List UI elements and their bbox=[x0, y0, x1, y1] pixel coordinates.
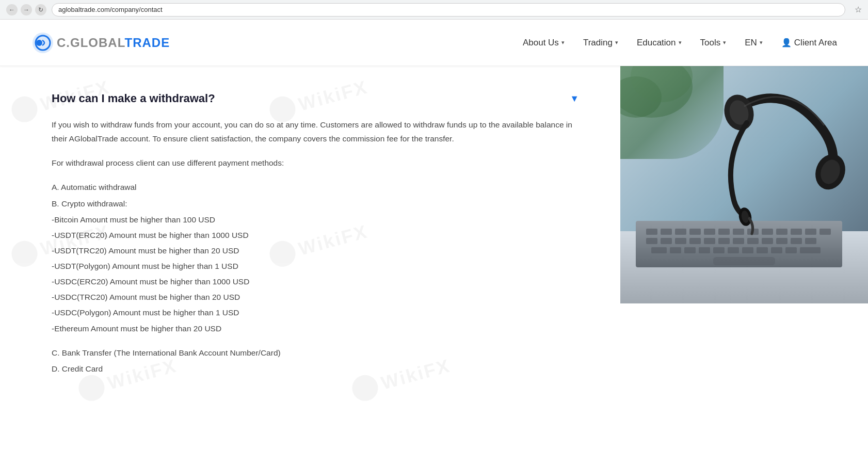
nav-client-area[interactable]: 👤 Client Area bbox=[781, 38, 837, 48]
faq-question-header: How can I make a withdrawal? ▼ bbox=[52, 92, 579, 105]
svg-rect-38 bbox=[713, 247, 725, 253]
svg-rect-30 bbox=[762, 238, 773, 244]
language-chevron: ▾ bbox=[760, 39, 763, 46]
crypto-item-7: -Ethereum Amount must be higher than 20 … bbox=[52, 322, 579, 335]
svg-rect-10 bbox=[661, 229, 672, 235]
user-icon: 👤 bbox=[781, 38, 792, 47]
address-bar[interactable]: aglobaltrade.com/company/contact bbox=[52, 3, 845, 17]
forward-button[interactable]: → bbox=[21, 4, 32, 15]
nav-language[interactable]: EN ▾ bbox=[745, 38, 763, 48]
svg-rect-28 bbox=[733, 238, 744, 244]
svg-rect-25 bbox=[689, 238, 701, 244]
svg-rect-9 bbox=[646, 229, 657, 235]
svg-rect-44 bbox=[800, 247, 821, 253]
navbar: C.GLOBALTRADE About Us ▾ Trading ▾ Educa… bbox=[0, 20, 868, 66]
svg-rect-26 bbox=[704, 238, 715, 244]
svg-rect-32 bbox=[791, 238, 802, 244]
education-label: Education bbox=[637, 38, 676, 48]
faq-section: How can I make a withdrawal? ▼ If you wi… bbox=[52, 92, 579, 376]
logo-link[interactable]: C.GLOBALTRADE bbox=[31, 31, 170, 55]
favorite-icon[interactable]: ☆ bbox=[855, 5, 862, 14]
svg-rect-20 bbox=[805, 229, 816, 235]
svg-rect-19 bbox=[791, 229, 802, 235]
main-content: WikiFX WikiFX WikiFX WikiFX WikiFX WikiF… bbox=[0, 66, 868, 463]
crypto-item-1: -USDT(ERC20) Amount must be higher than … bbox=[52, 228, 579, 242]
svg-rect-39 bbox=[728, 247, 739, 253]
crypto-item-2: -USDT(TRC20) Amount must be higher than … bbox=[52, 244, 579, 258]
nav-education[interactable]: Education ▾ bbox=[637, 38, 682, 48]
browser-chrome: ← → ↻ aglobaltrade.com/company/contact ☆ bbox=[0, 0, 868, 20]
content-left: WikiFX WikiFX WikiFX WikiFX WikiFX WikiF… bbox=[0, 66, 620, 463]
headset-image bbox=[620, 66, 868, 303]
svg-rect-42 bbox=[771, 247, 782, 253]
svg-rect-31 bbox=[776, 238, 787, 244]
svg-rect-36 bbox=[684, 247, 696, 253]
svg-rect-17 bbox=[762, 229, 773, 235]
svg-rect-14 bbox=[718, 229, 730, 235]
tools-label: Tools bbox=[700, 38, 721, 48]
logo-global: GLOBAL bbox=[70, 36, 125, 50]
logo-c: C. bbox=[57, 36, 70, 50]
client-area-label: Client Area bbox=[794, 38, 837, 48]
faq-methods-intro: For withdrawal process client can use di… bbox=[52, 156, 579, 170]
svg-point-2 bbox=[36, 40, 42, 46]
svg-rect-33 bbox=[805, 238, 816, 244]
svg-rect-13 bbox=[704, 229, 715, 235]
logo-trade: TRADE bbox=[125, 36, 170, 50]
svg-rect-40 bbox=[742, 247, 753, 253]
trading-chevron: ▾ bbox=[615, 39, 618, 46]
tools-chevron: ▾ bbox=[723, 39, 726, 46]
svg-rect-12 bbox=[689, 229, 701, 235]
svg-rect-18 bbox=[776, 229, 787, 235]
crypto-item-6: -USDC(Polygon) Amount must be higher tha… bbox=[52, 306, 579, 319]
svg-rect-45 bbox=[713, 257, 775, 265]
svg-rect-29 bbox=[747, 238, 759, 244]
svg-rect-43 bbox=[785, 247, 797, 253]
refresh-button[interactable]: ↻ bbox=[35, 4, 46, 15]
crypto-item-4: -USDC(ERC20) Amount must be higher than … bbox=[52, 275, 579, 288]
svg-rect-21 bbox=[819, 229, 831, 235]
browser-nav-buttons: ← → ↻ bbox=[6, 4, 46, 15]
svg-rect-11 bbox=[675, 229, 686, 235]
svg-rect-27 bbox=[718, 238, 730, 244]
crypto-items: -Bitcoin Amount must be higher than 100 … bbox=[52, 213, 579, 335]
url-text: aglobaltrade.com/company/contact bbox=[58, 6, 163, 13]
faq-question-text: How can I make a withdrawal? bbox=[52, 92, 215, 105]
logo-icon bbox=[31, 31, 55, 55]
crypto-item-0: -Bitcoin Amount must be higher than 100 … bbox=[52, 213, 579, 227]
svg-rect-23 bbox=[661, 238, 672, 244]
crypto-item-3: -USDT(Polygon) Amount must be higher tha… bbox=[52, 259, 579, 273]
language-label: EN bbox=[745, 38, 757, 48]
content-right bbox=[620, 66, 868, 463]
nav-trading[interactable]: Trading ▾ bbox=[583, 38, 618, 48]
svg-rect-24 bbox=[675, 238, 686, 244]
method-b: B. Crypto withdrawal: bbox=[52, 197, 579, 211]
back-button[interactable]: ← bbox=[6, 4, 18, 15]
svg-rect-41 bbox=[757, 247, 768, 253]
svg-rect-15 bbox=[733, 229, 744, 235]
nav-about-us[interactable]: About Us ▾ bbox=[523, 38, 565, 48]
svg-rect-34 bbox=[651, 247, 667, 253]
nav-links: About Us ▾ Trading ▾ Education ▾ Tools ▾… bbox=[523, 38, 837, 48]
svg-rect-37 bbox=[699, 247, 710, 253]
method-list: A. Automatic withdrawal B. Crypto withdr… bbox=[52, 180, 579, 376]
trading-label: Trading bbox=[583, 38, 613, 48]
faq-body: If you wish to withdraw funds from your … bbox=[52, 118, 579, 376]
logo-text: C.GLOBALTRADE bbox=[57, 36, 170, 50]
faq-intro-paragraph: If you wish to withdraw funds from your … bbox=[52, 118, 579, 146]
nav-tools[interactable]: Tools ▾ bbox=[700, 38, 727, 48]
method-a: A. Automatic withdrawal bbox=[52, 180, 579, 194]
education-chevron: ▾ bbox=[679, 39, 682, 46]
about-us-label: About Us bbox=[523, 38, 559, 48]
about-us-chevron: ▾ bbox=[561, 39, 565, 46]
method-d: D. Credit Card bbox=[52, 362, 579, 376]
crypto-item-5: -USDC(TRC20) Amount must be higher than … bbox=[52, 290, 579, 304]
svg-rect-35 bbox=[670, 247, 681, 253]
faq-toggle-chevron[interactable]: ▼ bbox=[570, 93, 579, 104]
method-c: C. Bank Transfer (The International Bank… bbox=[52, 346, 579, 360]
svg-rect-22 bbox=[646, 238, 657, 244]
